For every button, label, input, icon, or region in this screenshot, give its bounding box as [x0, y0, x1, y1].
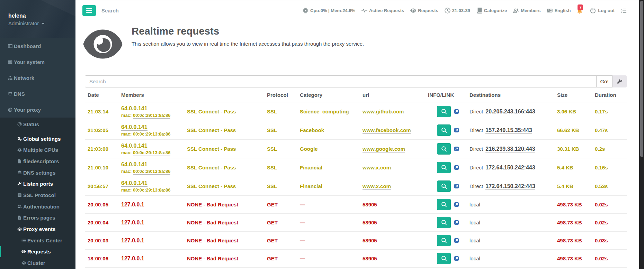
sidebar-item-global-settings[interactable]: Global settings: [0, 133, 75, 145]
external-link-button[interactable]: [454, 202, 459, 207]
row-search-button[interactable]: [437, 162, 451, 173]
member-mac-link[interactable]: 00:0c:29:13:8a:86: [133, 187, 170, 193]
col-header-date[interactable]: Date: [85, 87, 118, 102]
url-link[interactable]: 58905: [363, 202, 377, 208]
go-button[interactable]: Go!: [596, 75, 612, 87]
url-link[interactable]: 58905: [363, 256, 377, 262]
topbar-item-cpu-mem-status[interactable]: Cpu:0% | Mem:24.6%: [303, 8, 355, 13]
sidebar-item-multiple-cpus[interactable]: Multiple CPUs: [0, 144, 75, 156]
external-link-button[interactable]: [454, 256, 459, 261]
col-header-duration[interactable]: Duration: [592, 87, 627, 102]
sidebar-item-dashboard[interactable]: Dashboard: [0, 38, 75, 54]
sidebar-item-your-proxy[interactable]: Your proxy: [0, 102, 75, 118]
external-link-button[interactable]: [454, 220, 459, 225]
col-header-protocol[interactable]: Protocol: [264, 87, 297, 102]
external-link-button[interactable]: [454, 109, 459, 114]
url-link[interactable]: www.google.com: [363, 146, 405, 152]
sidebar-submenu: Status Global settings Multiple CPUs fil…: [0, 118, 75, 269]
topbar-item-clock-time[interactable]: 21:03:39: [445, 8, 470, 13]
member-ip-link[interactable]: 64.0.0.141: [121, 143, 147, 149]
sidebar-item-ssl-protocol[interactable]: SSL Protocol: [0, 189, 75, 201]
user-panel[interactable]: helena Administrator: [0, 0, 75, 38]
member-mac-link[interactable]: 00:0c:29:13:8a:86: [133, 150, 170, 156]
destination-link[interactable]: 157.240.15.35:443: [485, 127, 532, 134]
topbar-search-label[interactable]: Search: [101, 8, 119, 13]
logout-button[interactable]: Log out: [590, 8, 615, 13]
row-search-button[interactable]: [437, 106, 451, 117]
sidebar-toggle-button[interactable]: [82, 5, 96, 16]
url-link[interactable]: www.github.com: [363, 109, 404, 115]
destination-link[interactable]: 20.205.243.166:443: [485, 109, 535, 115]
url-link[interactable]: 58905: [363, 238, 377, 244]
row-search-button[interactable]: [437, 124, 451, 136]
destination-link[interactable]: 172.64.150.242:443: [485, 183, 535, 190]
row-search-button[interactable]: [437, 253, 451, 264]
member-ip-link[interactable]: 64.0.0.141: [121, 180, 147, 187]
sidebar-item-authentication[interactable]: Authentication: [0, 201, 75, 212]
member-ip-link[interactable]: 127.0.0.1: [121, 202, 144, 208]
destination-link[interactable]: 172.64.150.242:443: [485, 165, 535, 171]
cell-protocol: SSL: [264, 177, 297, 196]
row-search-button[interactable]: [437, 180, 451, 192]
cell-destinations: local: [467, 232, 554, 250]
sidebar-item-requests[interactable]: Requests: [0, 246, 75, 258]
member-mac-link[interactable]: 00:0c:29:13:8a:86: [133, 113, 170, 119]
sidebar-item-status[interactable]: Status: [0, 119, 75, 130]
topbar-item-active-requests[interactable]: Active Requests: [361, 8, 404, 13]
col-header-members[interactable]: Members: [118, 87, 184, 102]
sidebar-item-your-system[interactable]: Your system: [0, 54, 75, 70]
tasks-icon[interactable]: [621, 8, 627, 13]
topbar-item-categorize[interactable]: Categorize: [476, 8, 507, 13]
sidebar-item-dns-settings[interactable]: DNS settings: [0, 167, 75, 178]
member-ip-link[interactable]: 64.0.0.141: [121, 124, 147, 131]
url-link[interactable]: www.x.com: [363, 183, 391, 190]
cell-duration: 0.02s: [592, 250, 627, 268]
notifications-bell[interactable]: 7: [577, 4, 584, 18]
url-link[interactable]: www.x.com: [363, 165, 391, 171]
sidebar-item-dns[interactable]: DNS: [0, 86, 75, 102]
sidebar-item-network[interactable]: Network: [0, 70, 75, 86]
external-link-button[interactable]: [454, 184, 459, 188]
col-header-category[interactable]: Category: [297, 87, 360, 102]
sidebar-item-proxy-events[interactable]: Proxy events: [0, 223, 75, 235]
member-ip-link[interactable]: 127.0.0.1: [121, 220, 144, 226]
topbar-item-language[interactable]: English: [547, 8, 571, 13]
page-scrollbar[interactable]: [639, 0, 644, 269]
member-ip-link[interactable]: 127.0.0.1: [121, 238, 144, 244]
sidebar-item-listen-ports[interactable]: Listen ports: [0, 178, 75, 189]
member-ip-link[interactable]: 64.0.0.141: [121, 105, 147, 112]
destination-link[interactable]: 216.239.38.120:443: [485, 146, 535, 152]
col-header-empty[interactable]: [184, 87, 264, 102]
scrollbar-thumb[interactable]: [640, 1, 643, 157]
topbar-item-members[interactable]: Members: [513, 8, 540, 13]
col-header-size[interactable]: Size: [554, 87, 592, 102]
member-ip-link[interactable]: 127.0.0.1: [121, 256, 144, 262]
external-link-button[interactable]: [454, 147, 459, 151]
row-search-button[interactable]: [437, 235, 451, 246]
member-ip-link[interactable]: 64.0.0.141: [121, 161, 147, 168]
cell-destinations: Direct 172.64.150.242:443: [467, 177, 554, 196]
col-header-destinations[interactable]: Destinations: [467, 87, 554, 102]
user-role[interactable]: Administrator: [8, 20, 75, 26]
table-search-input[interactable]: [85, 75, 596, 87]
sidebar-item-filedescriptors[interactable]: filedescriptors: [0, 156, 75, 167]
member-mac-link[interactable]: 00:0c:29:13:8a:86: [133, 131, 170, 137]
settings-wrench-button[interactable]: [612, 75, 627, 87]
sidebar-item-cluster[interactable]: Cluster: [0, 257, 75, 269]
row-search-button[interactable]: [437, 217, 451, 228]
external-link-button[interactable]: [454, 128, 459, 132]
cell-status: NONE - Bad Request: [184, 250, 264, 268]
row-search-button[interactable]: [437, 199, 451, 210]
external-link-button[interactable]: [454, 165, 459, 170]
url-link[interactable]: 58905: [363, 220, 377, 226]
col-header-info-link[interactable]: INFO/LINK: [425, 87, 467, 102]
url-link[interactable]: www.facebook.com: [363, 127, 411, 134]
member-mac-link[interactable]: 00:0c:29:13:8a:86: [133, 169, 170, 175]
sidebar-item-errors-pages[interactable]: Errors pages: [0, 212, 75, 224]
topbar-item-requests[interactable]: Requests: [410, 8, 438, 13]
external-link-button[interactable]: [454, 238, 459, 243]
row-search-button[interactable]: [437, 143, 451, 155]
square-icon: [17, 193, 22, 197]
sidebar-item-events-center[interactable]: Events Center: [0, 235, 75, 246]
col-header-url[interactable]: url: [360, 87, 425, 102]
